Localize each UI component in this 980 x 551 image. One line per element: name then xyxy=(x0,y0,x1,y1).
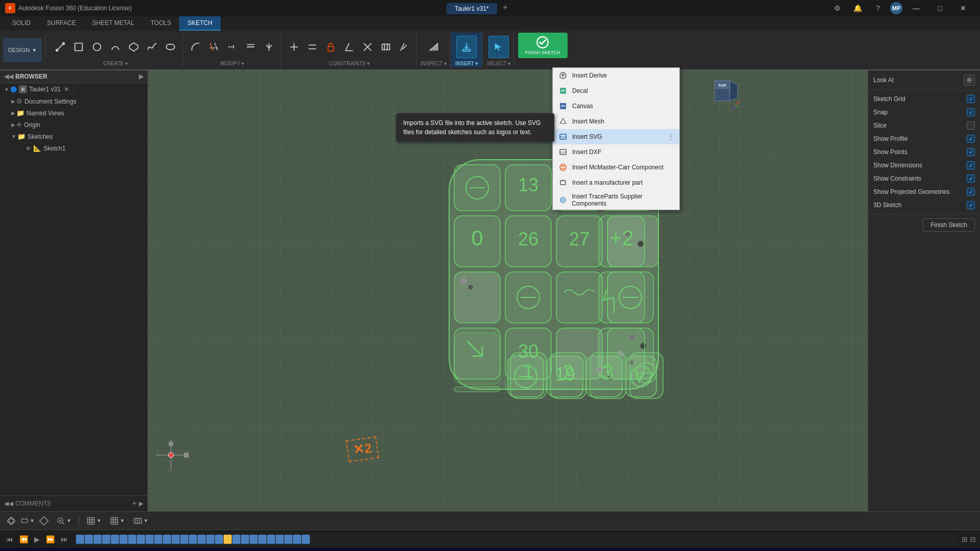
inspect-group-label[interactable]: INSPECT ▾ xyxy=(421,61,447,67)
ribbon-tab-sketch[interactable]: SKETCH xyxy=(179,16,220,31)
timeline-marker-18[interactable] xyxy=(232,535,240,544)
maximize-button[interactable]: □ xyxy=(928,0,951,16)
browser-item-sketch1[interactable]: 👁 📐 Sketch1 xyxy=(0,142,148,154)
select-cursor-btn[interactable] xyxy=(488,36,509,58)
timeline-marker-22[interactable] xyxy=(267,535,275,544)
rectangle-constraint-btn[interactable] xyxy=(377,36,395,58)
ribbon-tab-sheet-metal[interactable]: SHEET METAL xyxy=(84,16,142,31)
pan-btn[interactable] xyxy=(37,514,51,528)
arc-tool-btn[interactable] xyxy=(107,36,124,58)
timeline-marker-yellow[interactable] xyxy=(224,535,232,544)
ribbon-tab-tools[interactable]: TOOLS xyxy=(142,16,179,31)
modify-group-label[interactable]: MODIFY ▾ xyxy=(220,61,244,67)
settings-icon[interactable]: ⚙ xyxy=(827,0,847,16)
design-dropdown[interactable]: DESIGN ▼ xyxy=(3,38,42,62)
timeline-marker-26[interactable] xyxy=(302,535,310,544)
3d-sketch-checkbox[interactable]: ✓ xyxy=(967,201,975,209)
extend-tool-btn[interactable] xyxy=(224,36,241,58)
measure-btn[interactable] xyxy=(425,36,443,58)
timeline-start-btn[interactable]: ⏮ xyxy=(4,533,15,545)
mirror-tool-btn[interactable] xyxy=(260,36,278,58)
line-tool-btn[interactable] xyxy=(52,36,69,58)
ribbon-tab-solid[interactable]: SOLID xyxy=(4,16,39,31)
finish-sketch-right-btn[interactable]: Finish Sketch xyxy=(923,218,975,232)
tab-title[interactable]: Tauler1 v31* xyxy=(447,3,497,14)
close-button[interactable]: ✕ xyxy=(951,0,975,16)
timeline-marker-25[interactable] xyxy=(293,535,301,544)
angle-btn[interactable] xyxy=(340,36,358,58)
polygon-tool-btn[interactable] xyxy=(125,36,142,58)
timeline-marker-9[interactable] xyxy=(145,535,154,544)
crosshatch-btn[interactable] xyxy=(359,36,376,58)
timeline-marker-20[interactable] xyxy=(250,535,258,544)
slice-checkbox[interactable] xyxy=(967,121,975,130)
rectangle-tool-btn[interactable] xyxy=(70,36,87,58)
sketch-grid-checkbox[interactable]: ✓ xyxy=(967,95,975,103)
finish-sketch-btn[interactable]: FINISH SKETCH xyxy=(518,33,568,58)
timeline-play-btn[interactable]: ▶ xyxy=(32,533,42,545)
browser-collapse-btn[interactable]: ▶ xyxy=(139,73,143,80)
browser-item-origin[interactable]: ▶ ✛ Origin xyxy=(0,119,148,131)
dropdown-item-insert-svg[interactable]: SVG Insert SVG ⋮ xyxy=(553,129,679,144)
timeline-marker-6[interactable] xyxy=(119,535,128,544)
timeline-marker-15[interactable] xyxy=(198,535,206,544)
ribbon-tab-surface[interactable]: SURFACE xyxy=(39,16,84,31)
display-mode-btn[interactable]: ▼ xyxy=(83,515,105,527)
timeline-marker-10[interactable] xyxy=(154,535,162,544)
visibility-btn[interactable]: ▼ xyxy=(130,515,152,527)
timeline-marker-17[interactable] xyxy=(215,535,223,544)
more-dots-icon[interactable]: ⋮ xyxy=(667,133,674,141)
dropdown-item-mcmaster[interactable]: Insert McMaster-Carr Component xyxy=(553,160,679,175)
timeline-marker-2[interactable] xyxy=(85,535,93,544)
look-at-btn[interactable] xyxy=(964,74,975,86)
orbit-btn[interactable] xyxy=(4,514,18,528)
dropdown-item-insert-mesh[interactable]: Insert Mesh xyxy=(553,114,679,129)
fit-view-btn[interactable]: ▼ xyxy=(20,514,35,528)
insert-large-btn[interactable] xyxy=(456,36,477,58)
minimize-button[interactable]: — xyxy=(904,0,928,16)
coincident-btn[interactable] xyxy=(285,36,303,58)
timeline-prev-btn[interactable]: ⏪ xyxy=(17,533,30,545)
view-cube[interactable]: TOP xyxy=(704,76,740,111)
timeline-track[interactable] xyxy=(75,533,957,545)
new-tab-btn[interactable]: + xyxy=(499,3,512,13)
profile-icon[interactable]: MP xyxy=(890,2,902,14)
timeline-marker-21[interactable] xyxy=(258,535,266,544)
timeline-marker-12[interactable] xyxy=(172,535,180,544)
show-projected-checkbox[interactable]: ✓ xyxy=(967,188,975,196)
timeline-marker-13[interactable] xyxy=(180,535,188,544)
zoom-btn[interactable]: ▼ xyxy=(53,515,75,527)
snap-checkbox[interactable]: ✓ xyxy=(967,108,975,116)
dropdown-item-insert-derive[interactable]: Insert Derive xyxy=(553,68,679,83)
show-profile-checkbox[interactable]: ✓ xyxy=(967,135,975,143)
offset-tool-btn[interactable] xyxy=(242,36,259,58)
insert-group-label[interactable]: INSERT ▾ xyxy=(455,61,478,67)
timeline-marker-5[interactable] xyxy=(111,535,119,544)
dropdown-item-insert-dxf[interactable]: DXF Insert DXF xyxy=(553,144,679,160)
browser-item-sketches[interactable]: ▼ 📁 Sketches xyxy=(0,131,148,142)
comments-add-btn[interactable]: + xyxy=(132,499,137,508)
dropdown-item-traceparts[interactable]: Insert TraceParts Supplier Components xyxy=(553,190,679,210)
browser-item-doc-settings[interactable]: ▶ ⚙ Document Settings xyxy=(0,95,148,107)
create-group-label[interactable]: CREATE ▾ xyxy=(103,61,128,67)
fillet-tool-btn[interactable] xyxy=(187,36,204,58)
browser-item-named-views[interactable]: ▶ 📁 Named Views xyxy=(0,107,148,119)
timeline-marker-7[interactable] xyxy=(128,535,136,544)
tangent-btn[interactable] xyxy=(396,36,413,58)
timeline-marker-23[interactable] xyxy=(276,535,284,544)
circle-tool-btn[interactable] xyxy=(88,36,106,58)
timeline-marker-14[interactable] xyxy=(189,535,197,544)
trim-tool-btn[interactable] xyxy=(205,36,223,58)
ellipse-tool-btn[interactable] xyxy=(162,36,179,58)
timeline-marker-3[interactable] xyxy=(93,535,102,544)
lock-btn[interactable] xyxy=(322,36,339,58)
timeline-marker-24[interactable] xyxy=(284,535,292,544)
select-group-label[interactable]: SELECT ▾ xyxy=(486,61,510,67)
timeline-marker-1[interactable] xyxy=(76,535,84,544)
timeline-marker-19[interactable] xyxy=(241,535,249,544)
notifications-icon[interactable]: 🔔 xyxy=(847,0,868,16)
timeline-end-btn[interactable]: ⏭ xyxy=(59,533,70,545)
show-points-checkbox[interactable]: ✓ xyxy=(967,148,975,156)
timeline-expand-btns[interactable]: ⊞ ⊟ xyxy=(962,535,976,543)
help-icon[interactable]: ? xyxy=(868,0,888,16)
